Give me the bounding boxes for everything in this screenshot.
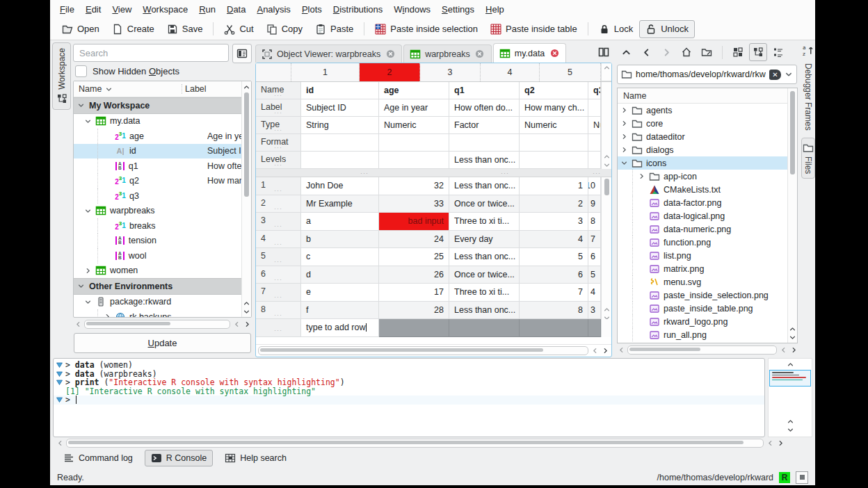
expander-open-icon[interactable] (85, 208, 92, 214)
files-home-button[interactable] (677, 43, 696, 61)
table-cell[interactable]: Three to xi ti... (449, 284, 520, 302)
interrupt-r-button[interactable] (796, 471, 808, 484)
expander-closed-icon[interactable] (621, 120, 628, 127)
table-cell[interactable]: Less than onc... (449, 177, 520, 195)
file-item-agents[interactable]: agents (618, 104, 787, 117)
table-cell[interactable]: 33 (379, 195, 449, 213)
table-cell[interactable]: 6 (520, 266, 588, 284)
menu-windows[interactable]: Windows (388, 2, 436, 17)
file-tree-vscrollbar[interactable] (787, 88, 797, 343)
row-header-new[interactable]: ··· (256, 319, 301, 337)
workspace-item-age[interactable]: 231age Age in year (74, 129, 241, 144)
meta-row-header[interactable]: Levels··· (256, 152, 301, 169)
file-item-dialogs[interactable]: dialogs (618, 143, 787, 156)
update-button[interactable]: Update (74, 333, 251, 353)
row-header-5[interactable]: 5··· (256, 248, 301, 266)
toolview-button-help-search[interactable]: Help search (218, 450, 293, 466)
debugger-frames-dock-tab[interactable]: Debugger Frames (803, 63, 813, 131)
meta-cell[interactable] (301, 152, 379, 169)
toolbar-button-paste-inside-selection[interactable]: Paste inside selection (369, 20, 484, 38)
meta-data-splitter[interactable]: ········· (256, 169, 611, 177)
column-header-4[interactable]: 4 (481, 63, 540, 81)
menu-distributions[interactable]: Distributions (328, 2, 389, 17)
toolbar-button-copy[interactable]: Copy (260, 20, 309, 38)
workspace-item-warpbreaks[interactable]: warpbreaks (74, 204, 241, 219)
expander-open-icon[interactable] (78, 283, 85, 289)
expander-open-icon[interactable] (621, 160, 628, 166)
toolbar-button-open[interactable]: Open (56, 20, 106, 38)
workspace-item-wool[interactable]: ABwool (74, 248, 241, 263)
table-cell[interactable]: Less than onc... (449, 302, 520, 320)
table-cell[interactable]: 9 (588, 195, 601, 213)
table-cell[interactable]: 6 (588, 248, 601, 266)
meta-cell[interactable]: String (301, 117, 379, 134)
meta-cell[interactable]: q1 (449, 82, 520, 99)
file-item-app-icon[interactable]: app-icon (618, 170, 787, 183)
table-cell[interactable]: 4 (520, 231, 588, 249)
row-header-8[interactable]: 8··· (256, 302, 301, 320)
table-cell[interactable]: 17 (379, 284, 449, 302)
expander-open-icon[interactable] (85, 299, 92, 305)
meta-row-header[interactable]: Label··· (256, 99, 301, 117)
files-icons-view-button[interactable] (729, 43, 747, 61)
file-item-data-numeric.png[interactable]: data-numeric.png (618, 222, 787, 236)
document-tab-my-data[interactable]: my.data (493, 43, 567, 63)
row-header-1[interactable]: 1··· (256, 177, 301, 195)
workspace-item-q3[interactable]: 231q3 (74, 188, 241, 204)
meta-cell[interactable]: Numeric (520, 117, 588, 134)
table-cell[interactable]: 7 (588, 231, 601, 249)
meta-cell[interactable] (520, 152, 588, 169)
meta-row-header[interactable]: Format··· (256, 134, 301, 152)
menu-plots[interactable]: Plots (296, 2, 328, 17)
meta-cell[interactable] (379, 152, 449, 169)
toolview-button-command-log[interactable]: Command log (57, 450, 139, 466)
meta-cell[interactable]: How many ch... (520, 99, 588, 117)
table-cell[interactable]: f (301, 302, 379, 320)
file-item-icons[interactable]: icons (618, 156, 787, 170)
menu-workspace[interactable]: Workspace (137, 2, 193, 17)
expander-open-icon[interactable] (78, 102, 85, 108)
document-tab-warpbreaks[interactable]: warpbreaks (403, 44, 492, 63)
add-row-edit-cell[interactable]: type to add row (301, 319, 379, 337)
name-column-header[interactable]: Name (74, 83, 182, 95)
table-cell[interactable]: 4 (588, 284, 601, 302)
meta-cell[interactable]: Factor (449, 117, 520, 134)
menu-edit[interactable]: Edit (80, 2, 106, 17)
table-cell[interactable]: 25 (379, 248, 449, 266)
file-item-rkward_logo.png[interactable]: rkward_logo.png (618, 315, 787, 328)
meta-cell[interactable]: How often do... (449, 99, 520, 117)
split-view-button[interactable] (595, 45, 612, 61)
expander-closed-icon[interactable] (638, 173, 645, 179)
meta-cell[interactable] (520, 134, 588, 152)
minimap-view-indicator[interactable] (769, 370, 811, 387)
meta-cell[interactable]: Less than onc... (449, 152, 520, 169)
document-tab-object-viewer-warpbreaks[interactable]: Object Viewer: warpbreaks (255, 44, 402, 63)
meta-cell[interactable]: age (379, 82, 449, 99)
file-item-list.png[interactable]: list.png (618, 249, 787, 262)
file-item-core[interactable]: core (618, 117, 787, 130)
table-cell[interactable]: Less than onc... (449, 248, 520, 266)
row-header-4[interactable]: 4··· (256, 231, 301, 249)
table-cell[interactable]: John Doe (301, 177, 379, 195)
expander-open-icon[interactable] (85, 118, 92, 124)
table-cell[interactable]: d (301, 266, 379, 284)
workspace-item-tension[interactable]: ABtension (74, 234, 241, 249)
table-cell[interactable]: 5 (520, 248, 588, 266)
table-cell[interactable]: a (301, 213, 379, 231)
toolbar-button-create[interactable]: Create (106, 20, 161, 38)
expander-closed-icon[interactable] (621, 107, 628, 113)
row-header-6[interactable]: 6··· (256, 266, 301, 284)
search-input[interactable] (73, 44, 229, 62)
meta-cell[interactable]: Numeric (588, 117, 601, 134)
meta-cell[interactable]: q2 (520, 82, 588, 99)
files-details-view-button[interactable] (769, 43, 787, 61)
table-cell[interactable]: 8 (520, 302, 588, 320)
toolbar-button-cut[interactable]: Cut (218, 20, 259, 38)
row-header-3[interactable]: 3··· (256, 213, 301, 231)
workspace-tree-vscrollbar[interactable] (241, 81, 251, 317)
workspace-item-package:rkward[interactable]: package:rkward (74, 295, 241, 310)
meta-cell[interactable]: id (301, 82, 379, 99)
file-item-menu.svg[interactable]: menu.svg (618, 275, 787, 288)
meta-cell[interactable]: Subject ID (301, 99, 379, 117)
console-minimap-scrollbar[interactable] (768, 358, 812, 437)
